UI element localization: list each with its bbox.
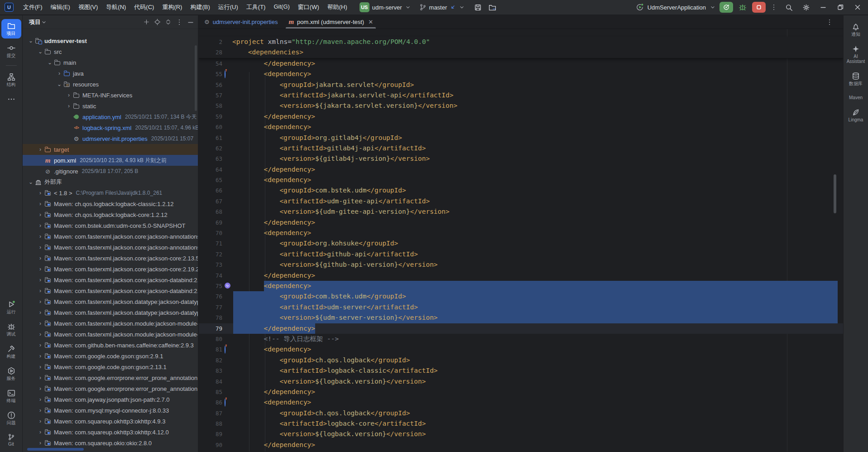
tree-row[interactable]: ›Maven: com.squareup.okhttp3:okhttp:4.12… bbox=[23, 427, 198, 438]
code-line-74[interactable]: 74</dependency> bbox=[199, 270, 843, 281]
minimize-button[interactable] bbox=[816, 1, 830, 14]
code-line-87[interactable]: 87<groupId>ch.qos.logback</groupId> bbox=[199, 408, 843, 418]
code-line-85[interactable]: 85</dependency> bbox=[199, 387, 843, 397]
tree-row[interactable]: ›Maven: com.fasterxml.jackson.core:jacks… bbox=[23, 264, 198, 274]
tree-row[interactable]: ›Maven: com.google.code.gson:gson:2.9.1 bbox=[23, 351, 198, 361]
code-line-80[interactable]: 80<!-- 导入日志框架 --> bbox=[199, 334, 843, 344]
chevron-right-icon[interactable]: › bbox=[37, 309, 44, 316]
code-line-90[interactable]: 90</dependency> bbox=[199, 440, 843, 450]
chevron-right-icon[interactable]: › bbox=[37, 201, 44, 207]
tree-row[interactable]: ›Maven: com.fasterxml.jackson.module:jac… bbox=[23, 318, 198, 329]
tab-options-icon[interactable] bbox=[826, 19, 833, 26]
chevron-right-icon[interactable]: › bbox=[56, 70, 63, 77]
chevron-right-icon[interactable]: › bbox=[37, 342, 44, 348]
code-line-91[interactable]: 91</dependencies> bbox=[199, 450, 843, 452]
chevron-right-icon[interactable]: › bbox=[37, 266, 44, 272]
chevron-right-icon[interactable]: › bbox=[37, 385, 44, 392]
code-line-78[interactable]: 78<version>${udm-server-version}</versio… bbox=[199, 313, 843, 323]
chevron-down-icon[interactable]: ⌄ bbox=[46, 59, 53, 66]
tree-row[interactable]: mpom.xml2025/10/10 21:28, 4.93 kB 片刻之前 bbox=[23, 155, 198, 166]
menu-item-2[interactable]: 视图(V) bbox=[74, 1, 102, 13]
code-line-65[interactable]: 65<dependency> bbox=[199, 175, 843, 185]
tree-row[interactable]: ⌄udmserver-test bbox=[23, 35, 198, 46]
search-everywhere-button[interactable] bbox=[782, 1, 796, 14]
code-line-79[interactable]: 79</dependency> bbox=[199, 323, 843, 334]
code-line-59[interactable]: 59</dependency> bbox=[199, 111, 843, 122]
chevron-right-icon[interactable]: › bbox=[37, 244, 44, 250]
code-line-72[interactable]: 72<artifactId>github-api</artifactId> bbox=[199, 249, 843, 260]
code-line-60[interactable]: 60<dependency> bbox=[199, 122, 843, 132]
menu-item-11[interactable]: 帮助(H) bbox=[323, 1, 351, 13]
maven-sync-gutter-icon[interactable]: ↻ bbox=[225, 283, 231, 289]
chevron-right-icon[interactable]: › bbox=[37, 190, 44, 196]
tree-row[interactable]: ›Maven: com.bstek.udm:udm-core:5.0-SNAPS… bbox=[23, 220, 198, 231]
menu-item-5[interactable]: 重构(R) bbox=[158, 1, 186, 13]
tool-stripe-item-调试[interactable]: 调试 bbox=[1, 320, 21, 339]
code-line-76[interactable]: 76<groupId>com.bstek.udm</groupId> bbox=[199, 291, 843, 302]
chevron-right-icon[interactable]: › bbox=[37, 320, 44, 327]
tool-stripe-item-通知[interactable]: 通知 bbox=[844, 20, 868, 39]
tree-row[interactable]: ›Maven: ch.qos.logback:logback-core:1.2.… bbox=[23, 209, 198, 220]
tool-stripe-item-问题[interactable]: 问题 bbox=[1, 409, 21, 428]
code-line-57[interactable]: 57<artifactId>jakarta.servlet-api</artif… bbox=[199, 90, 843, 101]
editor-body[interactable]: 2<project xmlns="http://maven.apache.org… bbox=[199, 29, 843, 452]
tool-stripe-item-Lingma[interactable]: Lingma bbox=[844, 106, 868, 125]
chevron-right-icon[interactable]: › bbox=[37, 233, 44, 240]
tool-stripe-item-构建[interactable]: 构建 bbox=[1, 342, 21, 361]
tree-row[interactable]: ›Maven: com.fasterxml.jackson.core:jacks… bbox=[23, 242, 198, 253]
branch-widget[interactable]: master bbox=[419, 4, 465, 11]
chevron-right-icon[interactable]: › bbox=[37, 375, 44, 381]
debug-button[interactable] bbox=[737, 3, 748, 11]
chevron-right-icon[interactable]: › bbox=[37, 440, 44, 446]
tree-row[interactable]: ›Maven: com.fasterxml.jackson.core:jacks… bbox=[23, 285, 198, 296]
menu-item-9[interactable]: Git(G) bbox=[269, 1, 293, 13]
hide-panel-icon[interactable] bbox=[187, 19, 194, 26]
menu-item-6[interactable]: 构建(B) bbox=[186, 1, 214, 13]
code-line-71[interactable]: 71<groupId>org.kohsuke</groupId> bbox=[199, 238, 843, 249]
menu-item-7[interactable]: 运行(U) bbox=[214, 1, 242, 13]
tree-row[interactable]: </>logback-spring.xml2025/10/21 15:07, 4… bbox=[23, 122, 198, 133]
tool-stripe-item-服务[interactable]: 服务 bbox=[1, 364, 21, 384]
tree-vertical-scrollbar[interactable] bbox=[195, 45, 197, 111]
code-line-75[interactable]: 75↻<dependency> bbox=[199, 281, 843, 291]
tool-stripe-item-提交[interactable]: 提交 bbox=[1, 41, 21, 61]
code-line-61[interactable]: 61<groupId>org.gitlab4j</groupId> bbox=[199, 133, 843, 143]
run-config-name[interactable]: UdmServerApplication bbox=[647, 4, 706, 11]
code-line-81[interactable]: 81<dependency> bbox=[199, 344, 843, 355]
tree-row[interactable]: ⊘.gitignore2025/9/18 17:07, 205 B bbox=[23, 166, 198, 177]
tree-row[interactable]: ›Maven: com.fasterxml.jackson.module:jac… bbox=[23, 329, 198, 340]
menu-item-4[interactable]: 代码(C) bbox=[130, 1, 158, 13]
tree-row[interactable]: ⌄main bbox=[23, 57, 198, 68]
code-line-58[interactable]: 58<version>${jakarta.servlet.version}</v… bbox=[199, 101, 843, 111]
tool-stripe-item-结构[interactable]: 结构 bbox=[1, 70, 21, 90]
code-line-68[interactable]: 68<version>${udm-gitee-api-version}</ver… bbox=[199, 207, 843, 217]
code-line-70[interactable]: 70<dependency> bbox=[199, 228, 843, 238]
code-line-56[interactable]: 56<groupId>jakarta.servlet</groupId> bbox=[199, 80, 843, 90]
dependency-update-gutter-icon[interactable] bbox=[225, 346, 231, 352]
tree-row[interactable]: ›Maven: com.google.code.gson:gson:2.13.1 bbox=[23, 361, 198, 372]
chevron-right-icon[interactable]: › bbox=[37, 277, 44, 283]
stop-button[interactable] bbox=[752, 2, 766, 13]
chevron-right-icon[interactable]: › bbox=[65, 92, 72, 98]
code-line-63[interactable]: 63<version>${gitlab4j-version}</version> bbox=[199, 154, 843, 164]
chevron-right-icon[interactable]: › bbox=[37, 212, 44, 218]
chevron-right-icon[interactable]: › bbox=[37, 407, 44, 414]
tool-stripe-item-数据库[interactable]: 数据库 bbox=[844, 69, 868, 89]
tool-stripe-item-Maven[interactable]: Maven bbox=[844, 91, 868, 103]
new-item-icon[interactable] bbox=[143, 19, 150, 25]
code-line-82[interactable]: 82<groupId>ch.qos.logback</groupId> bbox=[199, 355, 843, 365]
menu-item-1[interactable]: 编辑(E) bbox=[47, 1, 74, 13]
tree-row[interactable]: ›Maven: com.fasterxml.jackson.core:jacks… bbox=[23, 253, 198, 264]
close-button[interactable] bbox=[851, 1, 864, 14]
code-line-84[interactable]: 84<version>${logback.version}</version> bbox=[199, 376, 843, 387]
tree-row[interactable]: ›Maven: com.fasterxml.jackson.datatype:j… bbox=[23, 307, 198, 318]
chevron-right-icon[interactable]: › bbox=[37, 288, 44, 294]
chevron-right-icon[interactable]: › bbox=[37, 353, 44, 359]
chevron-down-icon[interactable]: ⌄ bbox=[27, 179, 34, 185]
tree-row[interactable]: ⌄src bbox=[23, 46, 198, 57]
chevron-right-icon[interactable]: › bbox=[37, 222, 44, 229]
tree-row[interactable]: ›Maven: com.fasterxml.jackson.core:jacks… bbox=[23, 274, 198, 285]
tool-stripe-item-Git[interactable]: Git bbox=[1, 431, 21, 449]
tree-row[interactable]: ⚙udmserver-init.properties2025/10/21 15:… bbox=[23, 133, 198, 144]
close-tab-icon[interactable]: ✕ bbox=[368, 19, 373, 25]
